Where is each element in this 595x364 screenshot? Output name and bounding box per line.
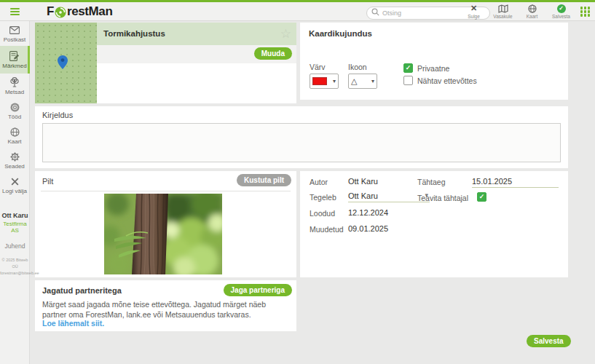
- assignee-value: Ott Karu: [348, 191, 378, 200]
- header-actions: ✕ Sulge Vasakule Kaart: [462, 4, 573, 19]
- globe-icon: [528, 4, 537, 13]
- picture-card: Pilt Kustuta pilt: [35, 171, 296, 277]
- layout-left-button-label: Vasakule: [493, 14, 512, 19]
- mail-icon: [9, 25, 20, 35]
- icon-field-group: Ikoon △ ▾: [348, 63, 377, 89]
- sidebar-item-postkast[interactable]: Postkast: [0, 21, 29, 46]
- sidebar-item-label: Logi välja: [2, 188, 27, 194]
- delete-picture-button[interactable]: Kustuta pilt: [237, 174, 291, 186]
- check-icon: ✓: [406, 63, 411, 73]
- details-card: Autor Ott Karu Tegeleb Ott Karu ▾ Loodud…: [300, 171, 568, 277]
- map-button-label: Kaart: [527, 14, 538, 19]
- map-button[interactable]: Kaart: [520, 4, 544, 19]
- note-title: Tormikahjustus: [97, 23, 296, 45]
- icon-dropdown[interactable]: △ ▾: [348, 74, 377, 89]
- tree-icon: [9, 77, 20, 87]
- sidebar-item-metsad[interactable]: Metsad: [0, 74, 29, 98]
- works-target-icon: [10, 102, 20, 112]
- picture-label: Pilt: [42, 177, 53, 186]
- note-titlebar: Tormikahjustus ☆: [97, 23, 296, 45]
- edit-button[interactable]: Muuda: [254, 47, 292, 60]
- save-header-button[interactable]: ✓ Salvesta: [549, 4, 573, 19]
- copyright-text: © 2025 Bitweb OÜ: [0, 257, 30, 270]
- note-map-thumbnail[interactable]: [35, 23, 97, 103]
- modified-label: Muudetud: [310, 225, 344, 234]
- favorite-star-icon[interactable]: ☆: [280, 23, 291, 45]
- contact-email: forestman@bitweb.ee: [0, 270, 30, 277]
- search-icon: [371, 8, 379, 16]
- private-checkbox[interactable]: ✓: [403, 63, 413, 73]
- sidebar-user-block: Ott Karu Testfirma AS Juhend © 2025 Bitw…: [0, 212, 30, 276]
- sidebar-item-markmed[interactable]: Märkmed: [0, 46, 29, 74]
- deadline-input[interactable]: 15.01.2025: [472, 177, 559, 188]
- private-checkbox-row[interactable]: ✓ Privaatne: [403, 63, 477, 73]
- user-company[interactable]: Testfirma AS: [0, 221, 30, 234]
- sharing-text: Märget saad jagada mõne teise ettevõtteg…: [42, 299, 290, 320]
- author-value: Ott Karu: [348, 177, 378, 186]
- description-textarea[interactable]: [42, 123, 561, 162]
- sidebar-item-label: Kaart: [7, 138, 21, 145]
- sidebar-item-label: Tööd: [8, 114, 21, 120]
- sidebar-nav: Postkast Märkmed Metsad Tööd Kaart Seade…: [0, 21, 30, 364]
- save-button[interactable]: Salvesta: [527, 335, 571, 347]
- check-icon: ✓: [479, 192, 485, 202]
- app-header: F restMan ✕ Sulge V: [0, 2, 595, 21]
- guide-link[interactable]: Juhend: [0, 242, 30, 250]
- map-pin-icon: [58, 55, 68, 69]
- created-label: Loodud: [310, 209, 335, 218]
- folded-map-icon: [498, 4, 508, 13]
- assignee-label: Tegeleb: [310, 193, 336, 202]
- sidebar-item-label: Märkmed: [2, 63, 26, 69]
- color-field-group: Värv ▾: [310, 63, 339, 89]
- main-content: Tormikahjustus ☆ Muuda Kaardikujundus Vä…: [30, 21, 595, 364]
- logout-x-icon: [11, 176, 19, 186]
- close-button-label: Sulge: [468, 14, 480, 19]
- chevron-down-icon: ▾: [371, 78, 374, 84]
- logo-text-prefix: F: [47, 4, 54, 19]
- notify-label: Teavita tähtajal: [417, 194, 468, 202]
- copyright-block: © 2025 Bitweb OÜ forestman@bitweb.ee: [0, 257, 30, 276]
- sidebar-item-seaded[interactable]: Seaded: [0, 148, 29, 173]
- sidebar-item-tood[interactable]: Tööd: [0, 98, 29, 123]
- divider: [41, 191, 291, 191]
- description-label: Kirjeldus: [42, 111, 73, 119]
- layout-left-button[interactable]: Vasakule: [491, 4, 515, 19]
- map-design-card: Kaardikujundus Värv ▾ Ikoon △ ▾ ✓ Privaa…: [300, 23, 568, 100]
- author-label: Autor: [310, 178, 328, 186]
- share-partner-button[interactable]: Jaga partneriga: [224, 284, 292, 296]
- user-name: Ott Karu: [0, 212, 30, 219]
- color-swatch: [312, 77, 327, 85]
- apps-grid-icon[interactable]: [580, 7, 591, 17]
- company-visible-checkbox[interactable]: ✓: [403, 76, 413, 85]
- sidebar-item-label: Seaded: [4, 163, 25, 170]
- sidebar-item-label: Metsad: [5, 89, 24, 95]
- note-pencil-icon: [9, 51, 20, 61]
- sharing-title: Jagatud partneritega: [42, 286, 122, 295]
- created-value: 12.12.2024: [348, 208, 388, 217]
- note-header-card: Tormikahjustus ☆ Muuda: [35, 23, 296, 103]
- warning-triangle-icon: △: [351, 77, 357, 85]
- hamburger-menu-icon[interactable]: [0, 2, 30, 21]
- save-header-button-label: Salvesta: [552, 14, 570, 19]
- color-label: Värv: [310, 63, 339, 71]
- visibility-checkboxes: ✓ Privaatne ✓ Nähtav ettevõttes: [403, 63, 477, 85]
- note-toolbar: Muuda: [97, 45, 296, 63]
- sidebar-item-logout[interactable]: Logi välja: [0, 173, 29, 197]
- read-more-link[interactable]: Loe lähemalt siit.: [42, 319, 104, 328]
- company-visible-checkbox-row[interactable]: ✓ Nähtav ettevõttes: [403, 76, 477, 85]
- deadline-label: Tähtaeg: [417, 178, 446, 186]
- globe-icon: [10, 127, 20, 137]
- notify-checkbox[interactable]: ✓: [477, 192, 486, 202]
- sharing-card: Jagatud partneritega Jaga partneriga Mär…: [35, 280, 296, 331]
- save-check-circle-icon: ✓: [557, 4, 566, 13]
- icon-label: Ikoon: [348, 63, 377, 71]
- gear-icon: [10, 151, 20, 162]
- close-icon: ✕: [470, 4, 477, 13]
- sidebar-item-kaart[interactable]: Kaart: [0, 123, 29, 148]
- forest-photo: [104, 194, 222, 274]
- chevron-down-icon: ▾: [333, 78, 336, 84]
- color-dropdown[interactable]: ▾: [310, 74, 339, 89]
- logo-compass-icon: [55, 7, 66, 18]
- close-button[interactable]: ✕ Sulge: [462, 4, 486, 19]
- sidebar-item-label: Postkast: [4, 36, 26, 43]
